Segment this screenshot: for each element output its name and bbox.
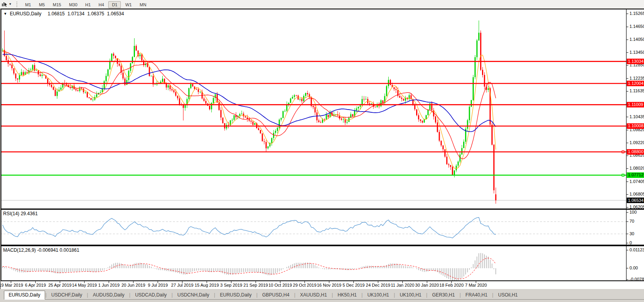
price-tick-label: 1.11635 [629, 88, 644, 93]
date-label: 5 Dec 2019 [342, 283, 364, 287]
date-label: 30 Jan 2020 [415, 283, 439, 287]
timeframe-button-D1[interactable]: D1 [108, 1, 121, 8]
price-tick-label: 1.06205 [629, 205, 644, 209]
price-level-badge-label: 1.13034 [628, 59, 644, 64]
chart-background [0, 9, 644, 289]
panel-border [0, 245, 644, 246]
date-label: 21 Sep 2019 [244, 283, 268, 287]
timeframe-button-M1[interactable]: M1 [22, 1, 35, 8]
chart-tab-XAUUSD-H1[interactable]: XAUUSD,H1 [296, 291, 331, 299]
chart-cursor-icon[interactable]: ▼ [2, 2, 12, 7]
price-level-badge-label: 1.08800 [628, 149, 644, 154]
ohlc-low: 1.06375 [87, 11, 104, 16]
date-label: 27 Jul 2019 [171, 283, 193, 287]
timeframe-button-M30[interactable]: M30 [65, 1, 81, 8]
collapse-triangle-icon[interactable]: ▼ [4, 12, 7, 16]
timeframe-toolbar: ▼ M1M5M15M30H1H4D1W1MN [0, 0, 644, 9]
macd-tick-label: 0.00 [629, 265, 638, 270]
chart-title: ▼ EURUSD,Daily 1.06815 1.07134 1.06375 1… [4, 11, 124, 16]
date-label: 19 Mar 2019 [0, 283, 23, 287]
date-label: 25 Apr 2019 [48, 283, 71, 287]
price-level-badge-label: 1.07712 [628, 172, 644, 177]
chart-tab-AUDUSD-Daily[interactable]: AUDUSD,Daily [89, 291, 129, 299]
chart-tab-EURUSD-Daily[interactable]: EURUSD,Daily [216, 291, 256, 299]
chart-tab-UK100-H1[interactable]: UK100,H1 [395, 291, 426, 299]
chart-tab-USOil-H1[interactable]: USOil,H1 [494, 291, 522, 299]
chart-tab-USDCHF-Daily[interactable]: USDCHF,Daily [47, 291, 87, 299]
price-tick-label: 1.07405 [629, 179, 644, 184]
window-edge [0, 9, 1, 289]
price-tick-label: 1.14650 [629, 24, 644, 29]
date-label: 20 Jun 2019 [122, 283, 146, 287]
price-level-badge-label: 1.12004 [628, 81, 644, 86]
rsi-tick-label: 100 [629, 210, 637, 214]
price-tick-label: 1.15265 [629, 11, 644, 16]
price-level-badge-label: 1.11009 [628, 102, 643, 107]
period-buttons: M1M5M15M30H1H4D1W1MN [21, 1, 150, 8]
chart-tabs: EURUSD,Daily|USDCHF,Daily|AUDUSD,Daily|U… [4, 290, 644, 300]
date-label: 10 Oct 2019 [268, 283, 292, 287]
rsi-indicator-label: RSI(14) 29.4361 [3, 211, 38, 216]
price-tick-label: 1.10435 [629, 114, 644, 119]
timeframe-button-M15[interactable]: M15 [49, 1, 64, 8]
chart-tab-USDCNH-Daily[interactable]: USDCNH,Daily [173, 291, 213, 299]
panel-border [0, 9, 644, 9]
panel-border [0, 280, 644, 281]
chevron-down-icon[interactable]: ▼ [9, 2, 12, 6]
chart-tab-GER30-H1[interactable]: GER30,H1 [428, 291, 459, 299]
ohlc-high: 1.07134 [67, 11, 84, 16]
date-label: 11 Jan 2020 [391, 283, 415, 287]
chart-cursor-glyph [2, 2, 7, 7]
price-tick-label: 1.13450 [629, 50, 644, 55]
toolbar-grip [16, 2, 18, 7]
timeframe-button-W1[interactable]: W1 [122, 1, 135, 8]
price-tick-label: 1.12235 [629, 76, 644, 81]
date-label: 15 Aug 2019 [195, 283, 219, 287]
date-label: 14 May 2019 [72, 283, 97, 287]
chart-canvas[interactable]: 1.152651.146501.140501.134501.128501.122… [0, 9, 644, 289]
chart-tab-USDCAD-Daily[interactable]: USDCAD,Daily [131, 291, 171, 299]
current-price-badge-label: 1.06534 [628, 198, 644, 203]
macd-tick-label: -0.007894 [629, 277, 644, 282]
ohlc-open: 1.06815 [48, 11, 65, 16]
panel-border [0, 209, 644, 210]
date-label: 29 Oct 2019 [293, 283, 317, 287]
date-label: 6 Apr 2019 [25, 283, 46, 287]
timeframe-button-MN[interactable]: MN [136, 1, 150, 8]
price-tick-label: 1.09220 [629, 140, 644, 145]
mt4-window: ▼ M1M5M15M30H1H4D1W1MN ▼ EURUSD,Daily 1.… [0, 0, 644, 302]
ohlc-close: 1.06534 [107, 11, 124, 16]
macd-tick-label: 0.011232 [629, 247, 644, 252]
date-label: 1 Jun 2019 [98, 283, 119, 287]
macd-indicator-label: MACD(12,26,9) -0.006941 0.001861 [3, 247, 79, 253]
price-tick-label: 1.08020 [629, 166, 644, 170]
rsi-tick-label: 0 [629, 240, 632, 245]
date-label: 16 Nov 2019 [317, 283, 341, 287]
chart-tab-HK50-H1[interactable]: HK50,H1 [333, 291, 361, 299]
date-label: 3 Sep 2019 [220, 283, 242, 287]
chart-tab-FRA40-H1[interactable]: FRA40,H1 [461, 291, 492, 299]
chart-tab-GBPUSD-H4[interactable]: GBPUSD,H4 [258, 291, 294, 299]
date-label: 24 Dec 2019 [366, 283, 390, 287]
timeframe-button-H1[interactable]: H1 [82, 1, 94, 8]
rsi-tick-label: 70 [629, 219, 634, 223]
timeframe-button-M5[interactable]: M5 [35, 1, 48, 8]
price-level-badge-label: 1.10008 [628, 123, 644, 128]
timeframe-button-H4[interactable]: H4 [95, 1, 107, 8]
chart-tab-UK100-H1[interactable]: UK100,H1 [363, 291, 393, 299]
price-tick-label: 1.06805 [629, 192, 644, 196]
date-label: 18 Feb 2020 [439, 283, 464, 287]
chart-tab-bar: EURUSD,Daily|USDCHF,Daily|AUDUSD,Daily|U… [0, 289, 644, 302]
symbol-period-label: EURUSD,Daily [10, 11, 42, 16]
date-label: 7 Mar 2020 [465, 283, 487, 287]
rsi-tick-label: 30 [629, 231, 634, 236]
date-label: 9 Jul 2019 [148, 283, 168, 287]
price-tick-label: 1.14050 [629, 37, 644, 42]
chart-tab-EURUSD-Daily[interactable]: EURUSD,Daily [4, 291, 45, 300]
